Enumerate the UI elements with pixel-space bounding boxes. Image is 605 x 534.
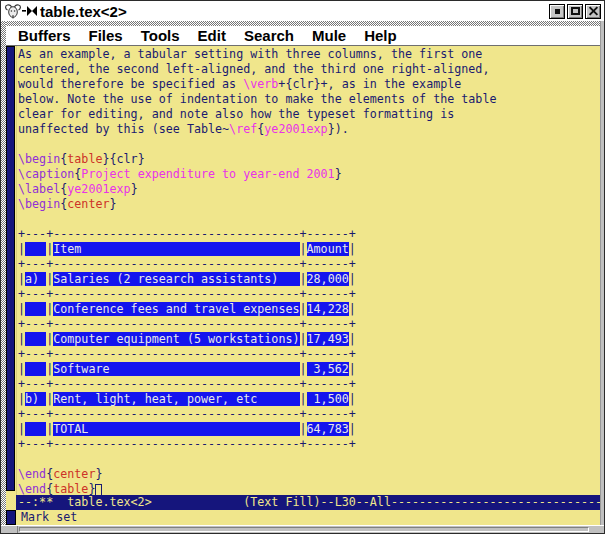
text-segment: \end	[18, 482, 46, 495]
maximize-button[interactable]	[567, 4, 583, 19]
table-cell: a)	[25, 272, 46, 286]
window-buttons	[549, 4, 601, 19]
text-segment: }	[110, 197, 117, 211]
text-segment: ye2001exp	[67, 182, 130, 196]
menu-item-files[interactable]: Files	[89, 26, 123, 45]
buffer-line: |b) |Rent, light, heat, power, etc | 1,5…	[18, 392, 600, 407]
table-cell	[25, 332, 46, 346]
menu-item-buffers[interactable]: Buffers	[18, 26, 71, 45]
text-cursor	[95, 484, 102, 495]
buffer-line: \end{center}	[18, 467, 600, 482]
table-separator: |	[349, 362, 356, 376]
gnu-head-icon	[4, 3, 22, 19]
menu-item-search[interactable]: Search	[244, 26, 294, 45]
table-separator: |	[300, 272, 307, 286]
table-cell: 17,493	[307, 332, 349, 346]
buffer-line: +---+-----------------------------------…	[18, 347, 600, 362]
dash-bowtie-icon	[22, 6, 38, 16]
table-separator: |	[18, 392, 25, 406]
emacs-frame: table.tex<2> BuffersFilesToolsEditSearch…	[0, 0, 605, 534]
buffer-line: clear for editing, and note also how the…	[18, 107, 600, 122]
table-separator: |	[300, 422, 307, 436]
resize-groove	[19, 527, 589, 532]
text-segment: \begin	[18, 197, 60, 211]
scrollbar-track[interactable]	[6, 46, 17, 495]
modeline[interactable]: --:** table.tex<2> (Text Fill)--L30--All…	[16, 495, 600, 510]
close-button[interactable]	[585, 4, 601, 19]
buffer-line	[18, 212, 600, 227]
table-separator: |	[18, 242, 25, 256]
text-segment: centered, the second left-aligned, and t…	[18, 62, 489, 76]
table-border: +---+-----------------------------------…	[18, 257, 356, 271]
table-cell: 28,000	[307, 272, 349, 286]
table-cell: TOTAL	[53, 422, 299, 436]
table-separator: |	[349, 272, 356, 286]
table-border: +---+-----------------------------------…	[18, 437, 356, 451]
table-cell: Computer equipment (5 workstations)	[53, 332, 299, 346]
table-cell: Rent, light, heat, power, etc	[53, 392, 299, 406]
table-separator: |	[300, 302, 307, 316]
menubar: BuffersFilesToolsEditSearchMuleHelp	[6, 26, 600, 46]
table-separator: |	[349, 422, 356, 436]
buffer-line: | |Item |Amount|	[18, 242, 600, 257]
table-cell: 64,783	[307, 422, 349, 436]
buffer-line: \caption{Project expenditure to year-end…	[18, 167, 600, 182]
menu-item-help[interactable]: Help	[364, 26, 397, 45]
text-segment: }	[95, 467, 102, 481]
text-segment: center	[67, 197, 109, 211]
buffer-line: \label{ye2001exp}	[18, 182, 600, 197]
frame-content: BuffersFilesToolsEditSearchMuleHelp As a…	[6, 21, 600, 525]
frame-body: BuffersFilesToolsEditSearchMuleHelp As a…	[1, 21, 604, 525]
buffer-line: |a) |Salaries (2 research assistants) |2…	[18, 272, 600, 287]
modeline-scrollbar-gap	[6, 495, 16, 510]
table-separator: |	[18, 302, 25, 316]
table-border: +---+-----------------------------------…	[18, 227, 356, 241]
text-segment: }	[131, 182, 138, 196]
buffer-line	[18, 452, 600, 467]
buffer-line: would therefore be specified as \verb+{c…	[18, 77, 600, 92]
table-separator: |	[18, 272, 25, 286]
buffer-line	[18, 137, 600, 152]
buffer-line: +---+-----------------------------------…	[18, 437, 600, 452]
scrollbar-thumb[interactable]	[6, 46, 15, 491]
table-cell: 1,500	[307, 392, 349, 406]
text-segment: unaffected by this (see Table~	[18, 122, 229, 136]
menu-item-mule[interactable]: Mule	[312, 26, 346, 45]
minibuffer-row: Mark set	[6, 510, 600, 525]
table-cell	[25, 302, 46, 316]
buffer-line: +---+-----------------------------------…	[18, 257, 600, 272]
buffer-line: unaffected by this (see Table~\ref{ye200…	[18, 122, 600, 137]
table-separator: |	[300, 332, 307, 346]
table-border: +---+-----------------------------------…	[18, 287, 356, 301]
menu-item-edit[interactable]: Edit	[198, 26, 226, 45]
table-separator: |	[300, 392, 307, 406]
table-separator: |	[349, 242, 356, 256]
text-segment: would therefore be specified as	[18, 77, 243, 91]
menu-item-tools[interactable]: Tools	[141, 26, 180, 45]
buffer-line: below. Note the use of indentation to ma…	[18, 92, 600, 107]
buffer-line: +---+-----------------------------------…	[18, 317, 600, 332]
minibuffer-message[interactable]: Mark set	[16, 510, 600, 525]
table-cell: 3,562	[307, 362, 349, 376]
buffer-line: +---+-----------------------------------…	[18, 377, 600, 392]
table-border: +---+-----------------------------------…	[18, 377, 356, 391]
text-segment: }{clr}	[102, 152, 144, 166]
modeline-row: --:** table.tex<2> (Text Fill)--L30--All…	[6, 495, 600, 510]
text-segment: table	[67, 152, 102, 166]
titlebar[interactable]: table.tex<2>	[1, 1, 604, 21]
buffer-text[interactable]: As an example, a tabular setting with th…	[17, 46, 600, 495]
bottom-resize-strip	[1, 525, 604, 533]
text-segment: }	[88, 482, 95, 495]
table-separator: |	[18, 362, 25, 376]
frame-edge-right	[600, 21, 604, 525]
text-segment: }).	[328, 122, 349, 136]
table-border: +---+-----------------------------------…	[18, 407, 356, 421]
table-cell: Amount	[307, 242, 349, 256]
table-cell	[25, 362, 46, 376]
text-segment: table	[53, 482, 88, 495]
minimize-button[interactable]	[549, 4, 565, 19]
buffer-line: \end{table}	[18, 482, 600, 495]
table-border: +---+-----------------------------------…	[18, 317, 356, 331]
buffer-line: +---+-----------------------------------…	[18, 227, 600, 242]
table-separator: |	[18, 332, 25, 346]
